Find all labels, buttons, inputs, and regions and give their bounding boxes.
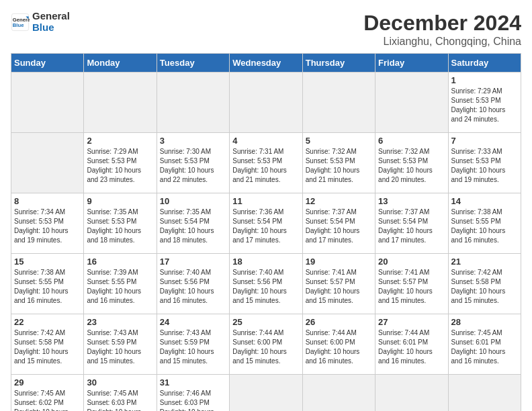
svg-text:Blue: Blue xyxy=(13,22,24,28)
calendar-cell xyxy=(11,133,84,193)
day-number: 26 xyxy=(306,317,372,327)
weekday-header-friday: Friday xyxy=(375,54,448,73)
calendar-cell: 23Sunrise: 7:43 AMSunset: 5:59 PMDayligh… xyxy=(84,314,157,375)
day-info: Sunrise: 7:44 AMSunset: 6:00 PMDaylight:… xyxy=(232,328,299,366)
calendar-week-0: 1Sunrise: 7:29 AMSunset: 5:53 PMDaylight… xyxy=(11,73,521,133)
day-info: Sunrise: 7:43 AMSunset: 5:59 PMDaylight:… xyxy=(87,328,153,366)
day-number: 24 xyxy=(160,317,226,327)
day-info: Sunrise: 7:41 AMSunset: 5:57 PMDaylight:… xyxy=(378,268,445,306)
calendar-week-4: 22Sunrise: 7:42 AMSunset: 5:58 PMDayligh… xyxy=(11,314,521,375)
day-info: Sunrise: 7:45 AMSunset: 6:03 PMDaylight:… xyxy=(87,389,153,411)
day-number: 22 xyxy=(14,317,81,327)
day-info: Sunrise: 7:36 AMSunset: 5:54 PMDaylight:… xyxy=(232,208,299,245)
calendar-cell: 22Sunrise: 7:42 AMSunset: 5:58 PMDayligh… xyxy=(11,314,84,375)
day-number: 2 xyxy=(87,136,153,146)
day-number: 6 xyxy=(378,136,445,146)
weekday-header-monday: Monday xyxy=(84,54,157,73)
calendar-table: SundayMondayTuesdayWednesdayThursdayFrid… xyxy=(11,53,521,411)
day-number: 13 xyxy=(378,196,445,206)
day-number: 7 xyxy=(451,136,518,146)
calendar-cell: 25Sunrise: 7:44 AMSunset: 6:00 PMDayligh… xyxy=(230,314,302,375)
day-info: Sunrise: 7:35 AMSunset: 5:54 PMDaylight:… xyxy=(160,208,226,245)
logo-icon: General Blue xyxy=(11,13,30,32)
calendar-cell: 12Sunrise: 7:37 AMSunset: 5:54 PMDayligh… xyxy=(302,193,375,254)
calendar-cell: 10Sunrise: 7:35 AMSunset: 5:54 PMDayligh… xyxy=(157,193,229,254)
calendar-cell: 16Sunrise: 7:39 AMSunset: 5:55 PMDayligh… xyxy=(84,254,157,314)
day-number: 18 xyxy=(232,257,299,267)
calendar-cell: 3Sunrise: 7:30 AMSunset: 5:53 PMDaylight… xyxy=(157,133,229,193)
calendar-cell xyxy=(230,375,302,412)
day-info: Sunrise: 7:37 AMSunset: 5:54 PMDaylight:… xyxy=(306,208,372,245)
day-info: Sunrise: 7:32 AMSunset: 5:53 PMDaylight:… xyxy=(306,147,372,185)
calendar-cell xyxy=(448,375,521,412)
day-info: Sunrise: 7:30 AMSunset: 5:53 PMDaylight:… xyxy=(160,147,226,185)
day-info: Sunrise: 7:38 AMSunset: 5:55 PMDaylight:… xyxy=(14,268,81,306)
calendar-cell: 31Sunrise: 7:46 AMSunset: 6:03 PMDayligh… xyxy=(157,375,229,412)
day-number: 31 xyxy=(160,377,226,387)
weekday-header-sunday: Sunday xyxy=(11,54,84,73)
calendar-cell: 5Sunrise: 7:32 AMSunset: 5:53 PMDaylight… xyxy=(302,133,375,193)
calendar-cell: 9Sunrise: 7:35 AMSunset: 5:53 PMDaylight… xyxy=(84,193,157,254)
day-number: 15 xyxy=(14,257,81,267)
day-number: 12 xyxy=(306,196,372,206)
calendar-cell xyxy=(375,73,448,133)
calendar-cell: 27Sunrise: 7:44 AMSunset: 6:01 PMDayligh… xyxy=(375,314,448,375)
calendar-cell: 20Sunrise: 7:41 AMSunset: 5:57 PMDayligh… xyxy=(375,254,448,314)
calendar-cell: 13Sunrise: 7:37 AMSunset: 5:54 PMDayligh… xyxy=(375,193,448,254)
day-info: Sunrise: 7:35 AMSunset: 5:53 PMDaylight:… xyxy=(87,208,153,245)
calendar-cell: 24Sunrise: 7:43 AMSunset: 5:59 PMDayligh… xyxy=(157,314,229,375)
calendar-cell xyxy=(302,375,375,412)
calendar-cell: 21Sunrise: 7:42 AMSunset: 5:58 PMDayligh… xyxy=(448,254,521,314)
calendar-cell: 26Sunrise: 7:44 AMSunset: 6:00 PMDayligh… xyxy=(302,314,375,375)
day-number: 3 xyxy=(160,136,226,146)
calendar-cell xyxy=(84,73,157,133)
day-info: Sunrise: 7:46 AMSunset: 6:03 PMDaylight:… xyxy=(160,389,226,411)
day-number: 10 xyxy=(160,196,226,206)
day-info: Sunrise: 7:32 AMSunset: 5:53 PMDaylight:… xyxy=(378,147,445,185)
logo: General Blue General Blue xyxy=(11,11,70,33)
logo-line2: Blue xyxy=(32,22,70,34)
calendar-week-2: 8Sunrise: 7:34 AMSunset: 5:53 PMDaylight… xyxy=(11,193,521,254)
day-number: 16 xyxy=(87,257,153,267)
calendar-cell: 15Sunrise: 7:38 AMSunset: 5:55 PMDayligh… xyxy=(11,254,84,314)
calendar-cell xyxy=(302,73,375,133)
calendar-cell: 8Sunrise: 7:34 AMSunset: 5:53 PMDaylight… xyxy=(11,193,84,254)
day-number: 14 xyxy=(451,196,518,206)
day-info: Sunrise: 7:29 AMSunset: 5:53 PMDaylight:… xyxy=(451,87,518,124)
calendar-cell: 18Sunrise: 7:40 AMSunset: 5:56 PMDayligh… xyxy=(230,254,302,314)
calendar-cell: 19Sunrise: 7:41 AMSunset: 5:57 PMDayligh… xyxy=(302,254,375,314)
month-title: December 2024 xyxy=(363,11,521,36)
day-info: Sunrise: 7:45 AMSunset: 6:02 PMDaylight:… xyxy=(14,389,81,411)
weekday-header-tuesday: Tuesday xyxy=(157,54,229,73)
day-number: 27 xyxy=(378,317,445,327)
header: General Blue General Blue December 2024 … xyxy=(11,11,521,48)
calendar-week-5: 29Sunrise: 7:45 AMSunset: 6:02 PMDayligh… xyxy=(11,375,521,412)
day-number: 9 xyxy=(87,196,153,206)
day-number: 23 xyxy=(87,317,153,327)
weekday-header-saturday: Saturday xyxy=(448,54,521,73)
calendar-cell: 1Sunrise: 7:29 AMSunset: 5:53 PMDaylight… xyxy=(448,73,521,133)
calendar-week-3: 15Sunrise: 7:38 AMSunset: 5:55 PMDayligh… xyxy=(11,254,521,314)
calendar-week-1: 2Sunrise: 7:29 AMSunset: 5:53 PMDaylight… xyxy=(11,133,521,193)
day-number: 29 xyxy=(14,377,81,387)
calendar-cell: 14Sunrise: 7:38 AMSunset: 5:55 PMDayligh… xyxy=(448,193,521,254)
day-number: 5 xyxy=(306,136,372,146)
day-info: Sunrise: 7:29 AMSunset: 5:53 PMDaylight:… xyxy=(87,147,153,185)
day-info: Sunrise: 7:44 AMSunset: 6:00 PMDaylight:… xyxy=(306,328,372,366)
day-info: Sunrise: 7:38 AMSunset: 5:55 PMDaylight:… xyxy=(451,208,518,245)
day-number: 19 xyxy=(306,257,372,267)
day-info: Sunrise: 7:42 AMSunset: 5:58 PMDaylight:… xyxy=(14,328,81,366)
weekday-header-row: SundayMondayTuesdayWednesdayThursdayFrid… xyxy=(11,54,521,73)
calendar-cell: 30Sunrise: 7:45 AMSunset: 6:03 PMDayligh… xyxy=(84,375,157,412)
calendar-cell xyxy=(157,73,229,133)
calendar-cell: 2Sunrise: 7:29 AMSunset: 5:53 PMDaylight… xyxy=(84,133,157,193)
day-number: 25 xyxy=(232,317,299,327)
day-info: Sunrise: 7:42 AMSunset: 5:58 PMDaylight:… xyxy=(451,268,518,306)
day-number: 11 xyxy=(232,196,299,206)
day-number: 28 xyxy=(451,317,518,327)
day-number: 21 xyxy=(451,257,518,267)
day-info: Sunrise: 7:33 AMSunset: 5:53 PMDaylight:… xyxy=(451,147,518,185)
calendar-cell xyxy=(11,73,84,133)
logo-line1: General xyxy=(32,11,70,22)
day-info: Sunrise: 7:43 AMSunset: 5:59 PMDaylight:… xyxy=(160,328,226,366)
